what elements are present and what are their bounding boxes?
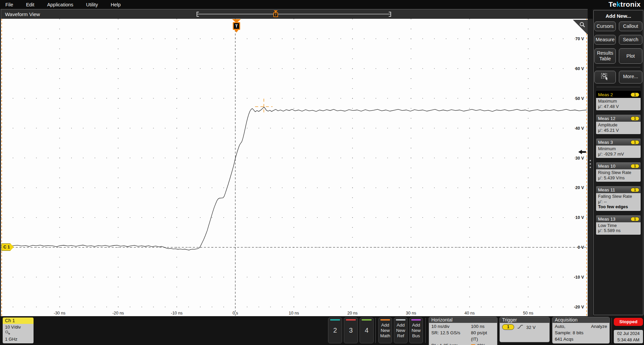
- time: 5:34:48 AM: [614, 337, 643, 343]
- svg-text:-20 ns: -20 ns: [112, 311, 124, 315]
- meas-id: Meas 13: [598, 217, 615, 222]
- source-channel-pill: 1: [631, 164, 639, 168]
- channel1-label: Ch 1: [3, 318, 34, 324]
- measurement-badge-meas13[interactable]: Meas 13 1 Low Time μ': 5.589 ns: [596, 215, 641, 235]
- meas-value: μ': -929.7 mV: [598, 152, 639, 157]
- menu-help[interactable]: Help: [111, 2, 121, 7]
- channel3-button[interactable]: 3: [344, 318, 358, 343]
- menu-bar: File Edit Applications Utility Help: [0, 0, 644, 9]
- svg-text:0 s: 0 s: [232, 311, 238, 315]
- trigger-settings-panel[interactable]: Trigger 1 32 V: [499, 317, 550, 342]
- svg-text:-10 V: -10 V: [574, 275, 584, 280]
- meas-name: Maximum: [598, 99, 639, 104]
- meas-name: Falling Slew Rate: [598, 194, 639, 199]
- horizontal-scale: 10 ns/div: [431, 323, 471, 330]
- trigger-marker-tail: [234, 30, 238, 33]
- measurement-badge-meas12[interactable]: Meas 12 1 Amplitude μ': 45.21 V: [596, 114, 641, 134]
- measurement-badge-meas10[interactable]: Meas 10 1 Rising Slew Rate μ': 5.439 V/n…: [596, 162, 641, 182]
- meas-id: Meas 12: [598, 116, 615, 121]
- source-channel-pill: 1: [631, 217, 639, 221]
- acquisition-settings-panel[interactable]: Acquisition Auto, Analyze Sample: 8 bits…: [552, 317, 610, 344]
- scrollbar-grip-dot: [590, 167, 591, 168]
- svg-text:20 V: 20 V: [575, 185, 584, 190]
- source-channel-pill: 1: [631, 188, 639, 192]
- date: 02 Jul 2024: [614, 330, 643, 337]
- statusbar-divider: [425, 318, 426, 343]
- sidebar-divider: [596, 87, 640, 87]
- menu-applications[interactable]: Applications: [47, 2, 73, 7]
- channel4-color-stripe: [362, 319, 372, 321]
- record-length: RL: 1.25 kpts: [431, 342, 471, 345]
- plot-button[interactable]: Plot: [619, 48, 642, 64]
- svg-text:10 ns: 10 ns: [289, 311, 299, 315]
- scrollbar-grip-dot: [590, 160, 591, 161]
- svg-text:30 V: 30 V: [575, 156, 584, 161]
- view-title: Waveform View: [5, 11, 40, 17]
- add-new-ref-button[interactable]: AddNewRef: [394, 318, 408, 343]
- channel2-button[interactable]: 2: [328, 318, 342, 343]
- resolution: 80 ps/pt (IT): [471, 330, 495, 342]
- horizontal-window: 100 ns: [471, 323, 495, 330]
- measurement-badge-meas11[interactable]: Meas 11 1 Falling Slew Rate μ': -- Too f…: [596, 186, 641, 211]
- add-new-header: Add New...: [596, 13, 641, 19]
- waveform-graticule[interactable]: 70 V60 V50 V40 V30 V20 V10 V0 V-10 V-20 …: [1, 19, 588, 316]
- scrollbar-grip-dot: [590, 163, 591, 165]
- menu-file[interactable]: File: [5, 2, 13, 7]
- meas-id: Meas 11: [598, 187, 615, 192]
- acquisition-count: 641 Acqs: [555, 336, 607, 342]
- search-button[interactable]: Search: [619, 35, 642, 45]
- cursors-button[interactable]: Cursors: [594, 21, 616, 31]
- zoom-select-button[interactable]: [594, 71, 616, 83]
- meas-value: μ': 5.589 ns: [598, 228, 639, 233]
- meas-id: Meas 2: [598, 92, 613, 97]
- channel1-bandwidth: 1 GHz: [5, 336, 34, 342]
- vertical-scrollbar[interactable]: [588, 19, 593, 316]
- results-sidebar: Add New... Cursors Callout Measure Searc…: [593, 9, 644, 316]
- menu-edit[interactable]: Edit: [26, 2, 34, 7]
- svg-text:30 ns: 30 ns: [406, 311, 416, 315]
- svg-text:0 V: 0 V: [578, 245, 584, 250]
- ref-color-stripe: [396, 319, 406, 321]
- meas-name: Minimum: [598, 146, 639, 152]
- results-table-button[interactable]: Results Table: [594, 48, 616, 64]
- acquisition-title: Acquisition: [552, 317, 609, 323]
- meas-value: μ': 5.439 V/ns: [598, 175, 639, 181]
- trigger-position-marker[interactable]: T: [231, 19, 241, 35]
- measure-button[interactable]: Measure: [594, 35, 616, 45]
- more-button[interactable]: More...: [619, 71, 642, 83]
- waveform-view-titlebar: Waveform View T: [1, 9, 588, 19]
- acquisition-sample: Sample: 8 bits: [555, 330, 607, 336]
- statusbar-divider: [611, 318, 612, 343]
- meas-warning: Too few edges: [598, 204, 639, 210]
- record-view-navigator[interactable]: T: [197, 12, 391, 17]
- channel1-badge[interactable]: Ch 1 10 V/div 1 GHz: [3, 318, 34, 343]
- trigger-source-pill: 1: [502, 324, 514, 330]
- meas-id: Meas 3: [598, 140, 613, 145]
- menu-utility[interactable]: Utility: [86, 2, 98, 7]
- view-window-right-bracket[interactable]: [389, 12, 391, 17]
- statusbar-divider: [375, 318, 376, 343]
- callout-button[interactable]: Callout: [619, 21, 642, 31]
- channel4-button[interactable]: 4: [360, 318, 374, 343]
- view-window-left-bracket[interactable]: [197, 12, 199, 17]
- add-new-bus-button[interactable]: AddNewBus: [409, 318, 423, 343]
- measurement-badge-meas3[interactable]: Meas 3 1 Minimum μ': -929.7 mV: [596, 138, 641, 158]
- magnifier-icon: [579, 21, 586, 28]
- run-stop-button[interactable]: Stopped: [614, 318, 643, 326]
- add-new-math-button[interactable]: AddNewMath: [378, 318, 392, 343]
- horizontal-settings-panel[interactable]: Horizontal 10 ns/div 100 ns SR: 12.5 GS/…: [429, 317, 497, 345]
- measurement-badge-meas2[interactable]: Meas 2 1 Maximum μ': 47.48 V: [596, 91, 641, 111]
- meas-value: μ': 47.48 V: [598, 104, 639, 109]
- rising-edge-icon: [517, 324, 523, 329]
- record-trigger-marker[interactable]: T: [273, 10, 278, 18]
- tektronix-logo: Tektronix: [608, 0, 641, 8]
- svg-text:20 ns: 20 ns: [347, 311, 358, 315]
- waveform-chart: 70 V60 V50 V40 V30 V20 V10 V0 V-10 V-20 …: [1, 19, 587, 316]
- svg-text:70 V: 70 V: [575, 37, 584, 41]
- acquisition-mode: Auto,: [555, 323, 566, 330]
- source-channel-pill: 1: [631, 116, 639, 121]
- add-new-panel: Add New... Cursors Callout Measure Searc…: [593, 10, 643, 315]
- status-bar: Ch 1 10 V/div 1 GHz 2 3 4 AddNewMath Add…: [0, 316, 644, 345]
- bus-color-stripe: [411, 319, 421, 321]
- svg-text:60 V: 60 V: [575, 66, 584, 71]
